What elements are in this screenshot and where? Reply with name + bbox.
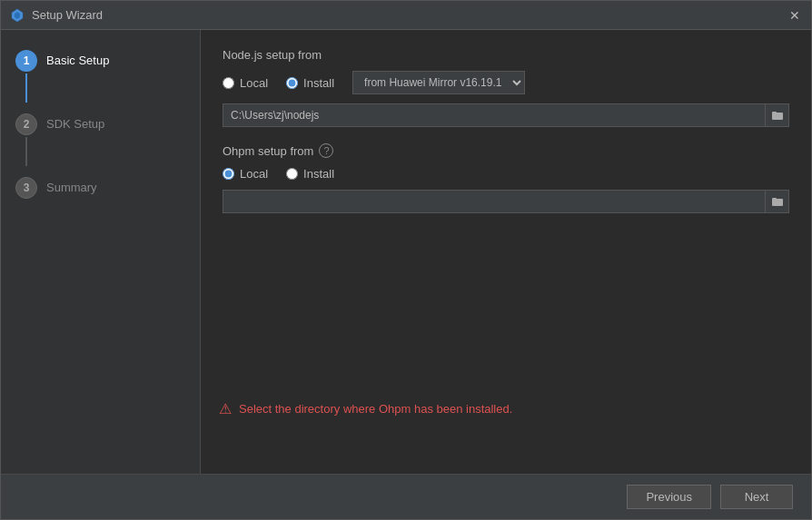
footer: Previous Next [1,474,811,519]
ohpm-radio-row: Local Install [223,167,789,181]
app-logo-icon [10,8,25,23]
ohpm-install-option[interactable]: Install [286,167,334,181]
nodejs-section-title: Node.js setup from [223,48,789,62]
svg-rect-4 [772,199,783,206]
window-title: Setup Wizard [32,8,787,22]
nodejs-install-label: Install [303,76,334,90]
ohpm-local-option[interactable]: Local [223,167,268,181]
nodejs-radio-row: Local Install from Huawei Mirror v16.19.… [223,71,789,94]
ohpm-path-row [223,190,789,213]
close-button[interactable]: ✕ [787,8,802,23]
step-2-connector [25,137,27,166]
ohpm-local-radio[interactable] [223,168,234,180]
step-1-left: 1 [15,50,37,103]
ohpm-folder-icon [771,195,784,208]
nodejs-install-option[interactable]: Install [286,76,334,90]
step-2-left: 2 [15,113,37,166]
error-text: Select the directory where Ohpm has been… [239,402,512,416]
sidebar: 1 Basic Setup 2 SDK Setup [1,30,201,474]
nodejs-local-label: Local [240,76,268,90]
setup-wizard-window: Setup Wizard ✕ 1 Basic Setup 2 [0,0,812,520]
svg-rect-2 [772,113,783,120]
svg-rect-5 [772,198,777,200]
ohpm-install-label: Install [303,167,334,181]
step-1-item[interactable]: 1 Basic Setup [1,44,200,108]
ohpm-section-title: Ohpm setup from [223,144,313,158]
nodejs-path-input[interactable] [223,103,766,127]
step-2-circle: 2 [15,113,37,135]
step-3-label: Summary [46,177,97,194]
mirror-dropdown-wrapper: from Huawei Mirror v16.19.1 from Officia… [352,71,525,94]
title-bar: Setup Wizard ✕ [1,1,811,30]
nodejs-local-option[interactable]: Local [223,76,268,90]
main-panel: Node.js setup from Local Install from Hu… [201,30,811,474]
nodejs-path-row [223,103,789,127]
step-1-label: Basic Setup [46,50,109,67]
main-content: 1 Basic Setup 2 SDK Setup [1,30,811,474]
step-2-label: SDK Setup [46,113,104,131]
step-1-circle: 1 [15,50,37,72]
error-bar: ⚠ Select the directory where Ohpm has be… [201,393,811,425]
previous-button[interactable]: Previous [627,485,711,509]
ohpm-browse-button[interactable] [766,190,789,213]
folder-icon [771,109,784,122]
step-2-item[interactable]: 2 SDK Setup [1,108,200,172]
mirror-select[interactable]: from Huawei Mirror v16.19.1 from Officia… [352,71,525,94]
step-3-left: 3 [15,177,37,199]
step-3-item[interactable]: 3 Summary [1,172,200,204]
ohpm-install-radio[interactable] [286,168,298,180]
ohpm-title-row: Ohpm setup from ? [223,143,789,158]
nodejs-install-radio[interactable] [286,77,298,89]
svg-rect-3 [772,112,777,113]
nodejs-local-radio[interactable] [223,77,234,89]
ohpm-local-label: Local [240,167,268,181]
step-3-circle: 3 [15,177,37,199]
nodejs-browse-button[interactable] [766,103,789,127]
ohpm-help-icon[interactable]: ? [319,143,333,158]
error-icon: ⚠ [219,400,232,417]
next-button[interactable]: Next [720,485,793,509]
ohpm-path-input[interactable] [223,190,766,213]
step-1-connector [25,74,27,103]
